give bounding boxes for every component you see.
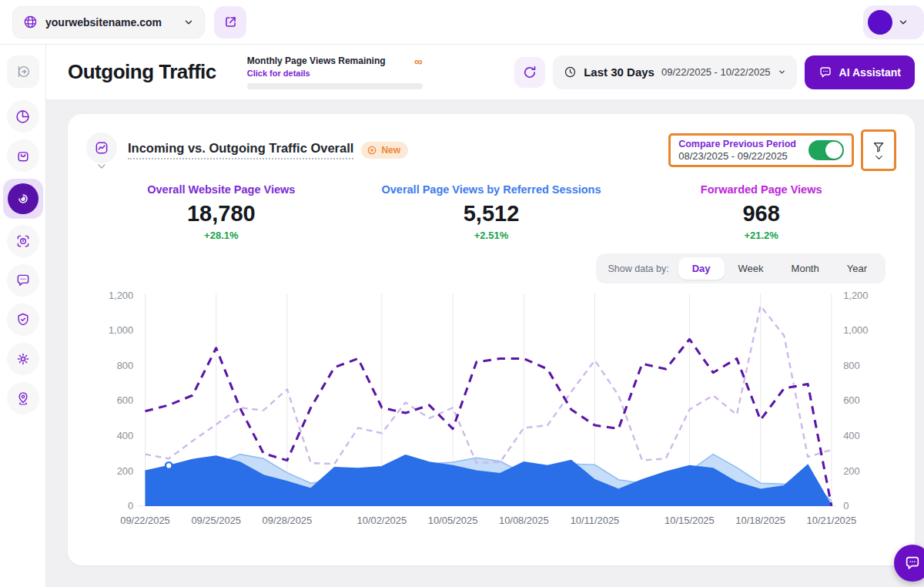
quota-widget: Monthly Page Views Remaining ∞ Click for… [247,55,423,89]
svg-text:1,000: 1,000 [843,324,868,336]
card-title: Incoming vs. Outgoing Traffic Overall [128,141,353,159]
svg-text:10/18/2025: 10/18/2025 [735,515,785,526]
svg-text:0: 0 [128,500,133,512]
chevron-down-icon [97,163,106,169]
location-pin-icon [15,391,31,406]
ai-assistant-label: AI Assistant [839,66,901,79]
metric-delta: +2.51% [357,230,627,241]
svg-text:09/22/2025: 09/22/2025 [120,515,170,526]
sidebar-item-tracking[interactable] [7,225,39,257]
traffic-chart: 002002004004006006008008001,0001,0001,20… [86,285,896,532]
svg-text:1,200: 1,200 [109,290,133,301]
sidebar [0,45,46,587]
sidebar-collapse-button[interactable] [7,55,39,88]
globe-icon [23,15,38,29]
shield-check-icon [15,312,31,327]
traffic-radar-icon [15,190,32,207]
new-badge: New [361,142,408,159]
user-avatar [868,10,892,35]
content-area: Incoming vs. Outgoing Traffic Overall Ne… [46,100,924,587]
collapse-sidebar-icon [15,63,32,80]
compare-toggle[interactable] [808,140,844,160]
svg-text:10/05/2025: 10/05/2025 [428,515,478,526]
metric-label: Forwarded Page Views [626,183,896,196]
svg-text:200: 200 [843,465,860,477]
compare-range: 08/23/2025 - 09/22/2025 [678,150,796,162]
svg-text:10/08/2025: 10/08/2025 [499,515,549,526]
metric-value: 968 [626,201,896,226]
sidebar-item-settings[interactable] [7,343,39,375]
refresh-button[interactable] [514,57,545,88]
ai-assistant-button[interactable]: AI Assistant [805,55,915,89]
svg-text:600: 600 [843,394,860,406]
target-dot-icon [367,145,377,156]
svg-text:800: 800 [117,360,134,371]
svg-text:10/21/2025: 10/21/2025 [807,515,857,526]
metric-label: Overall Website Page Views [86,183,357,196]
svg-text:400: 400 [843,430,860,441]
sidebar-item-security[interactable] [7,304,39,336]
compare-label[interactable]: Compare Previous Period [678,139,796,149]
granularity-tab-day[interactable]: Day [678,257,725,280]
svg-text:09/28/2025: 09/28/2025 [263,515,313,526]
chevron-down-icon [183,17,194,28]
traffic-card: Incoming vs. Outgoing Traffic Overall Ne… [68,114,915,565]
quota-details-link[interactable]: Click for details [247,69,423,78]
page-title: Outgoing Traffic [68,60,216,84]
funnel-icon [872,140,886,154]
sidebar-item-store[interactable] [7,139,39,172]
svg-text:1,000: 1,000 [109,324,133,336]
svg-text:10/11/2025: 10/11/2025 [571,515,620,526]
chevron-down-icon [875,155,883,160]
refresh-icon [522,65,537,80]
svg-text:10/02/2025: 10/02/2025 [357,515,407,526]
granularity-tab-week[interactable]: Week [725,257,778,280]
page-header: Outgoing Traffic Monthly Page Views Rema… [46,45,924,100]
svg-text:200: 200 [117,465,134,477]
infinity-icon: ∞ [414,55,423,67]
topbar: yourwebsitename.com [0,0,924,45]
granularity-switcher: Show data by: Day Week Month Year [596,253,886,283]
card-icon-button[interactable] [86,132,117,168]
granularity-label: Show data by: [608,263,669,274]
metric-delta: +21.2% [626,230,896,241]
open-site-button[interactable] [214,6,246,39]
date-preset-label: Last 30 Days [584,65,654,79]
metric-forwarded-page-views: Forwarded Page Views 968 +21.2% [626,183,896,241]
quota-progress-bar [247,83,423,89]
sidebar-item-messages[interactable] [7,264,39,297]
svg-text:0: 0 [843,500,849,512]
pie-chart-icon [15,109,31,125]
traffic-chart-container[interactable]: 002002004004006006008008001,0001,0001,20… [86,285,896,532]
granularity-tab-month[interactable]: Month [778,257,833,280]
svg-text:800: 800 [843,360,860,371]
settings-gear-icon [15,351,31,367]
metric-delta: +28.1% [86,230,357,241]
metric-referred-page-views: Overall Page Views by Referred Sessions … [357,183,627,241]
filter-button[interactable] [861,129,896,171]
clock-icon [564,65,577,79]
quota-label: Monthly Page Views Remaining [247,55,386,66]
svg-text:10/15/2025: 10/15/2025 [665,515,715,526]
metric-overall-page-views: Overall Website Page Views 18,780 +28.1% [86,183,357,241]
site-selector[interactable]: yourwebsitename.com [12,6,205,39]
shopping-bag-icon [15,148,31,163]
date-range-value: 09/22/2025 - 10/22/2025 [661,66,771,78]
chevron-down-icon [898,17,909,28]
metric-label: Overall Page Views by Referred Sessions [357,183,627,196]
metric-value: 18,780 [86,201,357,226]
date-range-picker[interactable]: Last 30 Days 09/22/2025 - 10/22/2025 [553,55,796,89]
sidebar-item-locations[interactable] [7,382,39,414]
account-menu[interactable] [863,5,924,39]
chat-bubble-icon [904,555,921,572]
svg-text:1,200: 1,200 [843,290,868,301]
sidebar-item-analytics[interactable] [7,100,39,132]
compare-previous-period-box: Compare Previous Period 08/23/2025 - 09/… [668,133,854,167]
svg-text:600: 600 [117,394,134,406]
line-chart-icon [94,140,109,156]
sidebar-item-traffic-active[interactable] [3,179,43,219]
granularity-tab-year[interactable]: Year [833,257,881,280]
svg-text:400: 400 [117,430,134,441]
metric-value: 5,512 [357,201,627,226]
chat-bubble-icon [819,65,832,79]
